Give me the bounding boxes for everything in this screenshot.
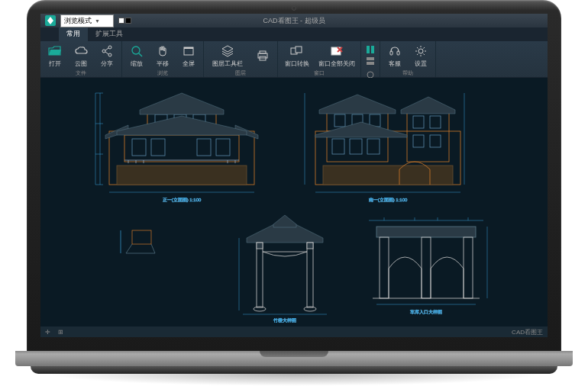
group-label-help: 帮助 bbox=[383, 69, 433, 78]
mode-label: 浏览模式 bbox=[64, 16, 92, 26]
group-label-view: 浏览 bbox=[124, 69, 201, 78]
swatch-black[interactable] bbox=[125, 18, 131, 24]
layer-toolbar-button[interactable]: 图层工具栏 bbox=[206, 43, 249, 69]
svg-point-1 bbox=[102, 50, 105, 53]
svg-rect-13 bbox=[371, 46, 374, 53]
cad-drawing: 正一(立面图) 1:100 bbox=[40, 78, 548, 326]
svg-rect-76 bbox=[257, 243, 263, 307]
svg-rect-91 bbox=[376, 227, 476, 237]
tab-common[interactable]: 常用 bbox=[59, 27, 88, 41]
trackpad-notch bbox=[260, 351, 328, 357]
svg-point-20 bbox=[418, 49, 423, 53]
svg-rect-72 bbox=[132, 230, 151, 244]
zoom-icon bbox=[130, 44, 144, 58]
settings-button[interactable]: 设置 bbox=[409, 43, 433, 69]
share-button[interactable]: 分享 bbox=[95, 43, 119, 69]
svg-rect-33 bbox=[216, 139, 230, 156]
svg-rect-28 bbox=[117, 166, 247, 185]
open-button[interactable]: 打开 bbox=[43, 43, 67, 69]
svg-rect-14 bbox=[367, 57, 374, 60]
print-button[interactable] bbox=[250, 43, 275, 69]
svg-marker-68 bbox=[315, 122, 407, 137]
hand-icon bbox=[156, 44, 170, 58]
window-switch-button[interactable]: 窗口转换 bbox=[280, 43, 314, 69]
cloud-button[interactable]: 云图 bbox=[69, 43, 93, 69]
headset-icon bbox=[388, 44, 402, 58]
ribbon-group-window: 窗口转换 窗口全部关闭 窗口 bbox=[278, 41, 361, 77]
color-swatches bbox=[118, 18, 131, 24]
svg-rect-32 bbox=[197, 139, 211, 156]
svg-marker-47 bbox=[117, 116, 247, 135]
svg-marker-44 bbox=[140, 93, 224, 114]
svg-rect-94 bbox=[422, 237, 431, 298]
svg-rect-55 bbox=[350, 139, 362, 154]
ribbon-group-view: 缩放 平移 全屏 浏览 bbox=[122, 41, 204, 77]
gear-icon bbox=[414, 44, 428, 58]
chevron-down-icon: ▼ bbox=[95, 18, 100, 24]
screen-bezel: 浏览模式 ▼ CAD看图王 - 超级员 常用 扩展工具 bbox=[27, 0, 561, 351]
camera-icon bbox=[292, 6, 296, 11]
svg-point-0 bbox=[108, 46, 111, 49]
app-logo-icon bbox=[45, 15, 56, 26]
ribbon: 打开 云图 分享 文件 bbox=[40, 41, 548, 78]
svg-text:正一(立面图) 1:100: 正一(立面图) 1:100 bbox=[163, 197, 202, 202]
svg-point-2 bbox=[108, 53, 111, 56]
svg-rect-54 bbox=[332, 139, 344, 154]
laptop-base bbox=[15, 351, 573, 386]
svg-text:南一(立面图) 1:100: 南一(立面图) 1:100 bbox=[369, 197, 408, 202]
fullscreen-button[interactable]: 全屏 bbox=[176, 43, 201, 69]
swatch-white[interactable] bbox=[118, 18, 124, 24]
svg-rect-56 bbox=[367, 139, 380, 154]
service-button[interactable]: 客服 bbox=[383, 43, 407, 69]
group-label-layer: 图层 bbox=[206, 69, 275, 78]
titlebar: 浏览模式 ▼ CAD看图王 - 超级员 bbox=[40, 14, 548, 27]
window-title: CAD看图王 - 超级员 bbox=[263, 16, 325, 26]
window-switch-icon bbox=[290, 44, 304, 58]
group-label-file: 文件 bbox=[43, 69, 119, 78]
layers-icon bbox=[221, 44, 234, 58]
drawing-canvas[interactable]: 正一(立面图) 1:100 bbox=[40, 78, 548, 326]
share-icon bbox=[100, 44, 114, 58]
svg-rect-92 bbox=[380, 237, 389, 298]
app-window: 浏览模式 ▼ CAD看图王 - 超级员 常用 扩展工具 bbox=[40, 14, 548, 337]
status-snap-icon[interactable]: ⊞ bbox=[58, 329, 63, 336]
printer-icon bbox=[256, 49, 270, 63]
svg-marker-75 bbox=[273, 215, 296, 227]
svg-rect-93 bbox=[464, 237, 473, 298]
toggle1-icon[interactable] bbox=[365, 44, 376, 55]
svg-rect-58 bbox=[413, 116, 424, 128]
svg-marker-66 bbox=[319, 95, 396, 114]
svg-rect-15 bbox=[367, 62, 374, 65]
folder-open-icon bbox=[48, 44, 62, 58]
window-closeall-button[interactable]: 窗口全部关闭 bbox=[315, 43, 358, 69]
tab-extend[interactable]: 扩展工具 bbox=[88, 27, 131, 41]
svg-rect-52 bbox=[323, 166, 453, 185]
svg-rect-10 bbox=[296, 47, 302, 53]
ribbon-tabs: 常用 扩展工具 bbox=[40, 27, 548, 41]
svg-point-3 bbox=[132, 47, 140, 54]
svg-rect-77 bbox=[257, 243, 263, 249]
ribbon-group-misc bbox=[361, 41, 380, 77]
svg-rect-60 bbox=[413, 135, 424, 147]
svg-rect-30 bbox=[132, 139, 146, 156]
svg-rect-79 bbox=[307, 243, 313, 249]
svg-rect-59 bbox=[430, 116, 441, 128]
fullscreen-icon bbox=[182, 44, 195, 58]
ribbon-group-layer: 图层工具栏 图层 bbox=[204, 41, 278, 77]
cloud-icon bbox=[74, 44, 88, 58]
svg-rect-63 bbox=[334, 114, 345, 127]
status-brand: CAD看图王 bbox=[512, 328, 543, 336]
status-cursor-icon: ✛ bbox=[45, 329, 50, 336]
svg-text:车库入口大样图: 车库入口大样图 bbox=[410, 309, 442, 314]
svg-rect-78 bbox=[307, 243, 313, 307]
svg-marker-67 bbox=[401, 97, 455, 114]
zoom-button[interactable]: 缩放 bbox=[124, 43, 149, 69]
mode-dropdown[interactable]: 浏览模式 ▼ bbox=[60, 14, 114, 27]
ribbon-group-help: 客服 设置 帮助 bbox=[380, 41, 436, 77]
svg-text:竹楼大样图: 竹楼大样图 bbox=[273, 318, 296, 323]
pan-button[interactable]: 平移 bbox=[150, 43, 175, 69]
ribbon-group-file: 打开 云图 分享 文件 bbox=[40, 41, 122, 77]
group-label-window: 窗口 bbox=[280, 69, 358, 78]
statusbar: ✛ ⊞ CAD看图王 bbox=[40, 326, 548, 337]
toggle2-icon[interactable] bbox=[365, 56, 376, 66]
